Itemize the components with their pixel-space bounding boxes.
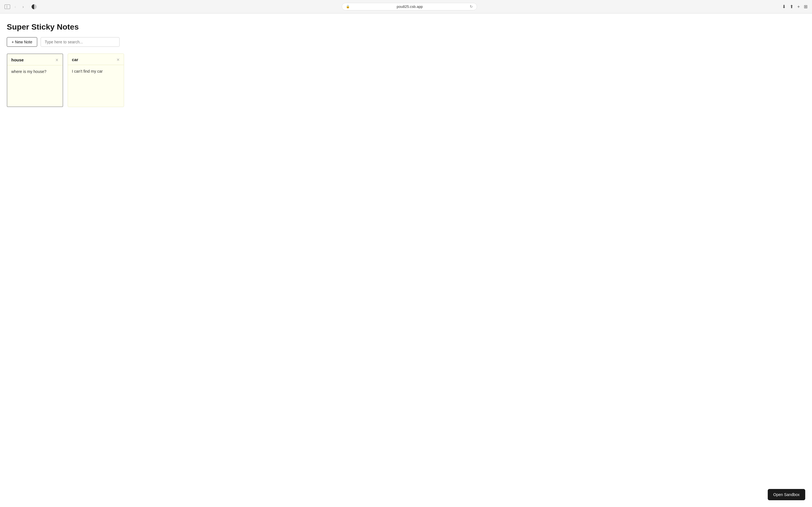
share-icon[interactable]: ⬆ (790, 4, 794, 9)
note-close-button[interactable]: ✕ (55, 58, 59, 62)
new-tab-icon[interactable]: + (797, 4, 800, 9)
page-content: Super Sticky Notes + New Note house ✕ wh… (0, 13, 812, 507)
open-sandbox-button[interactable]: Open Sandbox (768, 489, 805, 500)
new-note-button[interactable]: + New Note (7, 37, 37, 47)
address-bar-container: 🔒 pou825.csb.app ↻ (40, 3, 779, 10)
toolbar: + New Note (7, 37, 805, 47)
page-title: Super Sticky Notes (7, 22, 805, 32)
theme-toggle[interactable] (32, 4, 37, 9)
download-icon[interactable]: ⬇ (782, 4, 786, 9)
note-header: car ✕ (68, 54, 124, 65)
note-body[interactable]: where is my house? (7, 65, 63, 107)
tab-icon[interactable] (4, 4, 10, 9)
note-card: car ✕ I can't find my car (68, 54, 124, 107)
back-button[interactable]: ‹ (12, 4, 18, 10)
browser-actions: ⬇ ⬆ + ⊞ (782, 4, 808, 9)
reload-icon[interactable]: ↻ (470, 4, 473, 9)
url-text: pou825.csb.app (352, 4, 468, 9)
note-close-button[interactable]: ✕ (116, 58, 120, 62)
note-header: house ✕ (7, 54, 63, 65)
grid-icon[interactable]: ⊞ (804, 4, 808, 9)
browser-chrome: ‹ › 🔒 pou825.csb.app ↻ ⬇ ⬆ + ⊞ (0, 0, 812, 13)
note-body[interactable]: I can't find my car (68, 65, 124, 107)
lock-icon: 🔒 (346, 5, 350, 8)
notes-grid: house ✕ where is my house? car ✕ I can't… (7, 54, 805, 107)
note-title: house (11, 57, 24, 62)
half-circle-icon (32, 4, 37, 9)
note-title: car (72, 57, 79, 62)
address-bar[interactable]: 🔒 pou825.csb.app ↻ (342, 3, 477, 10)
forward-button[interactable]: › (20, 4, 26, 10)
browser-controls: ‹ › (4, 4, 26, 10)
search-input[interactable] (41, 37, 119, 47)
note-card: house ✕ where is my house? (7, 54, 63, 107)
